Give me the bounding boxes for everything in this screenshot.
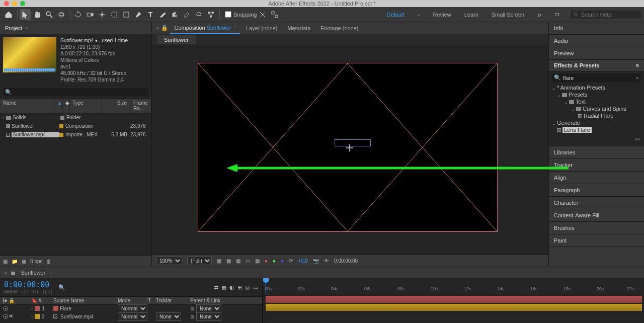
workspace-default[interactable]: Default [383, 10, 407, 20]
col-size[interactable]: Size [102, 99, 130, 113]
panel-character[interactable]: Character [549, 197, 644, 209]
current-time[interactable]: 0:00:00:00 [334, 258, 358, 264]
panel-libraries[interactable]: Libraries [549, 146, 644, 159]
timeline-layer-row[interactable]: ›2 ▭Sunflower.mp4 Normal None ⊚None [0, 312, 262, 320]
time-ruler[interactable]: 00s 02s 04s 06s 08s 10s 12s 14s 16s 18s … [263, 278, 644, 295]
col-rate[interactable]: Frame Ra... [130, 99, 151, 113]
tree-node[interactable]: ⌄* Animation Presets [552, 84, 644, 91]
workspace-overflow-icon[interactable]: » [534, 9, 544, 21]
visibility-toggle-icon[interactable] [3, 306, 8, 311]
pickwhip-icon[interactable]: ⊚ [190, 314, 194, 319]
lock-icon[interactable]: 🔒 [161, 25, 168, 31]
channel-icon[interactable]: ● [265, 258, 268, 264]
project-item-thumbnail[interactable] [3, 37, 56, 72]
zoom-tool-icon[interactable] [44, 9, 55, 20]
show-snapshot-icon[interactable]: 👁 [324, 258, 329, 264]
shape-tool-icon[interactable] [121, 9, 132, 20]
color-depth-toggle[interactable]: 8 bpc [30, 259, 42, 264]
minimize-window-icon[interactable] [12, 1, 17, 6]
comp-mini-flowchart-icon[interactable]: ⇄ [214, 284, 218, 291]
delete-icon[interactable]: 🗑 [46, 259, 51, 264]
selection-tool-icon[interactable] [20, 9, 31, 20]
tab-layer[interactable]: Layer (none) [242, 23, 281, 34]
tab-metadata[interactable]: Metadata [283, 23, 314, 34]
grid-guide-icon[interactable]: ▦ [255, 258, 260, 264]
reset-exposure-icon[interactable]: ⟳ [289, 258, 293, 264]
project-row[interactable]: › Solids Folder [0, 113, 151, 122]
transparency-grid-icon[interactable]: ▦ [226, 258, 231, 264]
panel-brushes[interactable]: Brushes [549, 222, 644, 234]
project-panel-menu-icon[interactable]: ≡ [25, 26, 28, 31]
draft-3d-icon[interactable]: ▦ [221, 284, 226, 291]
col-trkmat[interactable]: TrkMat [156, 298, 187, 303]
comp-subtab[interactable]: Sunflower [157, 35, 196, 44]
help-search-input[interactable] [581, 12, 638, 18]
tree-leaf-lens-flare[interactable]: fxLens Flare [552, 126, 644, 133]
shy-icon[interactable]: ◐ [229, 284, 234, 291]
timeline-close-icon[interactable]: × [4, 270, 7, 276]
timeline-search-icon[interactable]: 🔍 [58, 284, 65, 291]
help-search[interactable] [571, 11, 641, 19]
frame-blend-icon[interactable]: ⊞ [237, 284, 242, 291]
close-window-icon[interactable] [4, 1, 9, 6]
maximize-window-icon[interactable] [20, 1, 25, 6]
layer-bar[interactable] [266, 296, 642, 303]
eye-column-icon[interactable] [3, 297, 4, 304]
layer-bars-area[interactable] [263, 295, 644, 323]
resolution-dropdown[interactable]: (Full) [187, 257, 212, 265]
new-folder-icon[interactable]: 📁 [12, 259, 18, 264]
panel-audio[interactable]: Audio [549, 35, 644, 47]
current-timecode[interactable]: 0:00:00:00 [4, 280, 53, 289]
anchor-point-icon[interactable] [346, 144, 353, 151]
audio-toggle-icon[interactable] [9, 314, 13, 318]
tab-composition[interactable]: Composition Sunflower ≡ [170, 22, 240, 34]
tab-close-icon[interactable]: × [156, 25, 159, 31]
tree-node[interactable]: ⌄Text [552, 98, 644, 105]
puppet-tool-icon[interactable] [205, 9, 216, 20]
share-icon[interactable] [551, 9, 562, 20]
timeline-menu-icon[interactable]: ≡ [49, 270, 52, 276]
interpret-footage-icon[interactable]: ▦ [3, 259, 8, 264]
panel-paint[interactable]: Paint [549, 234, 644, 247]
timeline-layer-row[interactable]: ›1 Flare Normal ⊚None [0, 304, 262, 312]
exposure-value[interactable]: +0,0 [298, 258, 308, 264]
tab-footage[interactable]: Footage (none) [316, 23, 362, 34]
hand-tool-icon[interactable] [32, 9, 43, 20]
brush-tool-icon[interactable] [157, 9, 168, 20]
project-search[interactable] [3, 88, 148, 96]
tree-node[interactable]: ⌄Curves and Spins [552, 105, 644, 112]
zoom-dropdown[interactable]: 100% [156, 257, 182, 265]
home-button[interactable] [3, 9, 14, 20]
effects-search[interactable]: 🔍 × [552, 73, 641, 82]
clone-tool-icon[interactable] [169, 9, 180, 20]
clear-search-icon[interactable]: × [636, 75, 639, 81]
text-tool-icon[interactable]: T [145, 9, 156, 20]
col-t[interactable]: T [148, 298, 156, 303]
anchor-tool-icon[interactable] [97, 9, 108, 20]
eraser-tool-icon[interactable] [181, 9, 192, 20]
snap-edge-icon[interactable] [257, 9, 268, 20]
sort-indicator-icon[interactable]: ▴ [55, 99, 62, 113]
snap-grid-icon[interactable] [269, 9, 280, 20]
mask-tool-icon[interactable] [109, 9, 120, 20]
panel-paragraph[interactable]: Paragraph [549, 184, 644, 197]
pickwhip-icon[interactable]: ⊚ [190, 306, 194, 311]
layer-label-icon[interactable] [35, 314, 40, 319]
visibility-toggle-icon[interactable] [3, 314, 8, 319]
workspace-review[interactable]: Review [430, 10, 454, 20]
col-type[interactable]: Type [69, 99, 102, 113]
new-bin-icon[interactable]: ▭ [635, 135, 640, 141]
pen-tool-icon[interactable] [133, 9, 144, 20]
tree-node[interactable]: ⌄Presets [552, 91, 644, 98]
panel-content-aware-fill[interactable]: Content-Aware Fill [549, 209, 644, 222]
col-source[interactable]: Source Name [53, 298, 118, 303]
effects-search-input[interactable] [563, 75, 636, 81]
new-comp-icon[interactable]: ▦ [22, 259, 26, 264]
workspace-small[interactable]: Small Screen [489, 10, 527, 20]
rotate-tool-icon[interactable] [72, 9, 84, 20]
mask-visibility-icon[interactable]: ▦ [236, 258, 240, 264]
parent-dropdown[interactable]: None [196, 304, 221, 313]
layer-label-icon[interactable] [35, 306, 40, 311]
tree-leaf[interactable]: fxRadial Flare [552, 112, 644, 119]
roto-tool-icon[interactable] [193, 9, 204, 20]
